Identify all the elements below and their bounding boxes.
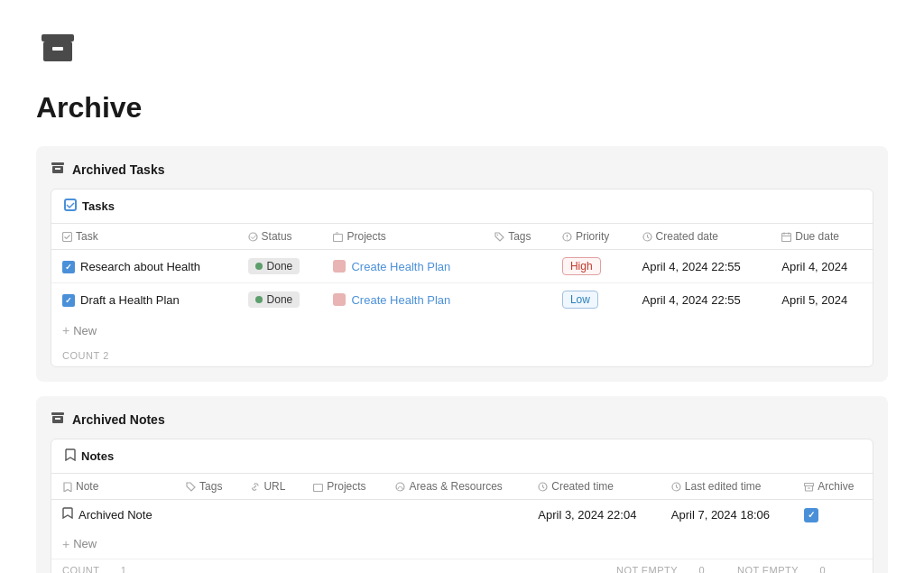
tasks-db-header: Tasks	[51, 189, 873, 224]
svg-rect-15	[782, 233, 791, 241]
tasks-add-new[interactable]: + New	[51, 316, 873, 345]
due-date-cell: April 5, 2024	[771, 283, 873, 317]
svg-rect-19	[51, 412, 64, 415]
archived-tasks-section: Archived Tasks Tasks Task	[36, 146, 888, 382]
col-status[interactable]: Status	[237, 224, 323, 250]
archived-tasks-label: Archived Tasks	[72, 162, 164, 177]
tasks-table: Task Status Projects	[51, 224, 873, 316]
tasks-db: Tasks Task Status	[51, 189, 873, 367]
projects-cell	[302, 500, 384, 530]
svg-rect-22	[314, 484, 323, 491]
task-checkbox[interactable]	[62, 261, 75, 273]
archived-notes-header: Archived Notes	[51, 411, 873, 428]
col-priority[interactable]: Priority	[551, 224, 632, 250]
notes-db: Notes Note Tags	[51, 439, 873, 573]
col-task[interactable]: Task	[51, 224, 237, 250]
areas-cell	[384, 500, 527, 530]
section-icon	[51, 411, 65, 428]
svg-point-8	[249, 233, 257, 241]
tags-cell	[484, 283, 551, 317]
created-date-cell: April 4, 2024 22:55	[632, 283, 772, 317]
svg-rect-5	[55, 168, 60, 170]
notes-bookmark-icon	[64, 448, 76, 464]
archived-notes-section: Archived Notes Notes Note	[36, 396, 888, 573]
created-date-cell: April 4, 2024 22:55	[632, 250, 772, 283]
project-icon	[333, 293, 346, 306]
created-time-cell: April 3, 2024 22:04	[527, 500, 661, 530]
svg-rect-3	[51, 162, 64, 165]
col-note[interactable]: Note	[51, 474, 175, 500]
project-cell[interactable]: Create Health Plan	[322, 283, 484, 317]
not-empty-1: NOT EMPTY 0	[616, 565, 723, 574]
svg-rect-0	[42, 34, 74, 42]
tasks-db-checkbox-icon	[64, 199, 77, 214]
archived-tasks-header: Archived Tasks	[51, 161, 873, 178]
note-cell[interactable]: Archived Note	[51, 500, 175, 530]
plus-icon: +	[62, 323, 69, 337]
project-cell[interactable]: Create Health Plan	[322, 250, 484, 283]
svg-point-13	[567, 238, 568, 239]
col-areas-resources[interactable]: Areas & Resources	[384, 474, 527, 500]
notes-db-header: Notes	[51, 439, 873, 474]
notes-add-new[interactable]: + New	[51, 530, 873, 559]
table-row: Draft a Health Plan Done Create Health P…	[51, 283, 873, 317]
status-cell: Done	[237, 250, 323, 283]
svg-rect-1	[43, 42, 72, 61]
col-last-edited[interactable]: Last edited time	[661, 474, 794, 500]
count-label: COUNT 1	[62, 565, 144, 574]
table-row: Research about Health Done Create Health…	[51, 250, 873, 283]
col-tags[interactable]: Tags	[175, 474, 239, 500]
col-created-time[interactable]: Created time	[527, 474, 661, 500]
svg-rect-21	[55, 418, 60, 420]
section-icon	[51, 161, 65, 178]
tags-cell	[484, 250, 551, 283]
col-due-date[interactable]: Due date	[771, 224, 873, 250]
col-url[interactable]: URL	[239, 474, 302, 500]
tags-cell	[175, 500, 239, 530]
svg-rect-6	[65, 199, 76, 210]
status-cell: Done	[237, 283, 323, 317]
task-cell[interactable]: Research about Health	[51, 250, 237, 283]
tasks-db-label: Tasks	[82, 199, 115, 213]
col-projects[interactable]: Projects	[322, 224, 484, 250]
task-checkbox[interactable]	[62, 294, 75, 307]
col-projects[interactable]: Projects	[302, 474, 384, 500]
due-date-cell: April 4, 2024	[771, 250, 873, 283]
url-cell	[239, 500, 302, 530]
notes-db-label: Notes	[81, 449, 114, 463]
page-icon	[36, 27, 888, 73]
notes-table: Note Tags URL	[51, 474, 873, 530]
not-empty-2: NOT EMPTY 0	[737, 565, 844, 574]
svg-rect-7	[63, 232, 72, 241]
svg-point-10	[497, 234, 499, 236]
priority-cell: Low	[551, 283, 632, 317]
col-tags[interactable]: Tags	[484, 224, 551, 250]
archive-checkbox[interactable]	[804, 508, 818, 522]
archived-notes-label: Archived Notes	[72, 412, 165, 427]
last-edited-cell: April 7, 2024 18:06	[661, 500, 794, 530]
priority-cell: High	[551, 250, 632, 283]
archive-cell	[793, 500, 873, 530]
col-created-date[interactable]: Created date	[632, 224, 772, 250]
table-row: Archived Note April 3, 2024 22:04 April …	[51, 500, 873, 530]
bookmark-icon	[62, 507, 73, 522]
svg-rect-2	[52, 47, 63, 51]
notes-footer: COUNT 1 NOT EMPTY 0 NOT EMPTY 0	[51, 559, 873, 574]
col-archive[interactable]: Archive	[793, 474, 873, 500]
svg-rect-9	[334, 234, 343, 241]
plus-icon: +	[62, 537, 69, 551]
page-title: Archive	[36, 91, 888, 125]
project-icon	[333, 260, 346, 273]
task-cell[interactable]: Draft a Health Plan	[51, 283, 237, 317]
tasks-count: COUNT 2	[51, 345, 873, 366]
